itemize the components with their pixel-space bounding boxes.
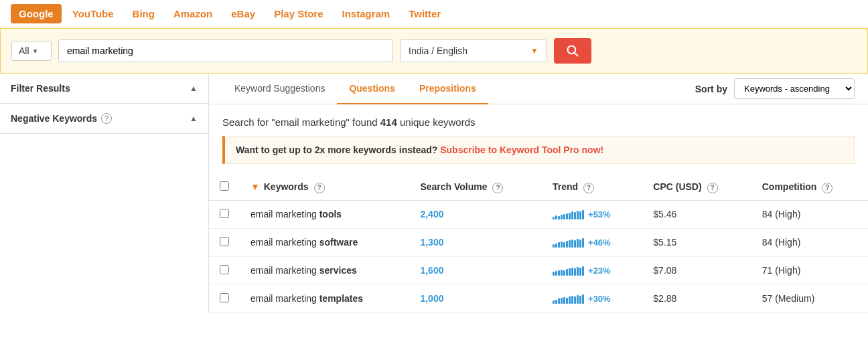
row-checkbox-0[interactable] — [220, 209, 229, 218]
filter-results-section[interactable]: Filter Results ▲ — [0, 74, 208, 104]
keyword-cell: email marketing services — [240, 256, 409, 284]
keyword-prefix: email marketing — [250, 237, 319, 248]
sort-by-label: Sort by — [695, 84, 727, 94]
nav-item-instagram[interactable]: Instagram — [334, 4, 399, 23]
row-checkbox-cell — [209, 284, 240, 312]
tabs-row: Keyword Suggestions Questions Prepositio… — [209, 74, 868, 104]
search-input[interactable] — [58, 39, 393, 62]
row-checkbox-2[interactable] — [220, 265, 229, 274]
keyword-cell: email marketing software — [240, 228, 409, 256]
keyword-cell: email marketing templates — [240, 284, 409, 312]
mini-bar — [563, 270, 565, 276]
mini-bar — [569, 240, 571, 248]
search-type-label: All — [19, 46, 29, 56]
top-navigation: Google YouTube Bing Amazon eBay Play Sto… — [0, 0, 868, 28]
mini-bar — [566, 269, 568, 276]
trend-cell: +46% — [542, 228, 642, 256]
negative-keywords-help-icon[interactable]: ? — [101, 113, 112, 124]
search-volume-cell: 1,600 — [409, 256, 542, 284]
mini-bar — [553, 217, 555, 219]
keyword-prefix: email marketing — [250, 293, 319, 304]
mini-bar — [571, 240, 573, 248]
row-checkbox-cell — [209, 228, 240, 256]
tabs: Keyword Suggestions Questions Prepositio… — [222, 74, 488, 104]
tab-keyword-suggestions[interactable]: Keyword Suggestions — [222, 74, 337, 104]
search-button[interactable] — [554, 38, 591, 64]
mini-bar — [577, 239, 579, 248]
table-header-keywords: ▼ Keywords ? — [240, 175, 409, 200]
nav-item-bing[interactable]: Bing — [125, 4, 163, 23]
negative-keywords-section[interactable]: Negative Keywords ? ▲ — [0, 104, 208, 134]
competition-cell: 57 (Medium) — [751, 284, 868, 312]
mini-bar — [558, 298, 560, 304]
main-layout: Filter Results ▲ Negative Keywords ? ▲ K… — [0, 74, 868, 313]
mini-bar — [563, 297, 565, 304]
nav-item-google[interactable]: Google — [11, 4, 62, 23]
search-type-select[interactable]: All ▼ — [11, 41, 52, 61]
keyword-prefix: email marketing — [250, 209, 319, 219]
nav-item-playstore[interactable]: Play Store — [266, 4, 331, 23]
mini-bar — [555, 244, 557, 248]
row-checkbox-1[interactable] — [220, 237, 229, 246]
tab-prepositions[interactable]: Prepositions — [407, 74, 488, 104]
mini-bar — [555, 271, 557, 276]
location-value: India / English — [409, 46, 467, 56]
mini-bar — [582, 210, 584, 219]
competition-cell: 84 (High) — [751, 200, 868, 228]
filter-results-chevron-icon: ▲ — [190, 84, 198, 93]
results-count: 414 — [380, 116, 397, 128]
subscribe-link[interactable]: Subscribe to Keyword Tool Pro now! — [440, 145, 603, 155]
location-select[interactable]: India / English ▼ — [400, 39, 547, 62]
keywords-help-icon[interactable]: ? — [314, 183, 325, 193]
trend-cell: +53% — [542, 200, 642, 228]
results-suffix: unique keywords — [400, 116, 476, 128]
nav-item-twitter[interactable]: Twitter — [401, 4, 449, 23]
select-all-checkbox[interactable] — [220, 181, 229, 191]
competition-help-icon[interactable]: ? — [822, 183, 833, 193]
keyword-cell: email marketing tools — [240, 200, 409, 228]
mini-bar — [566, 241, 568, 248]
mini-bar — [566, 298, 568, 304]
keyword-suffix: tools — [319, 209, 342, 219]
cpc-help-icon[interactable]: ? — [707, 183, 718, 193]
promo-text: Want to get up to 2x more keywords inste… — [236, 145, 437, 155]
mini-bar — [561, 242, 563, 248]
search-type-chevron-icon: ▼ — [32, 48, 39, 55]
table-row: email marketing software1,300+46%$5.1584… — [209, 228, 868, 256]
nav-item-youtube[interactable]: YouTube — [64, 4, 122, 23]
mini-bar — [553, 244, 555, 248]
trend-cell: +30% — [542, 284, 642, 312]
mini-bar — [579, 211, 581, 219]
negative-keywords-chevron-icon: ▲ — [190, 114, 198, 123]
table-row: email marketing templates1,000+30%$2.885… — [209, 284, 868, 312]
mini-bar — [553, 300, 555, 304]
sort-select[interactable]: Keywords - ascending — [734, 78, 855, 99]
mini-bar — [582, 294, 584, 304]
nav-item-ebay[interactable]: eBay — [223, 4, 263, 23]
table-header-search-volume: Search Volume ? — [409, 175, 542, 200]
trend-bars — [553, 237, 584, 248]
trend-help-icon[interactable]: ? — [583, 183, 594, 193]
row-checkbox-3[interactable] — [220, 293, 229, 302]
trend-cell: +23% — [542, 256, 642, 284]
search-volume-help-icon[interactable]: ? — [492, 183, 503, 193]
mini-bar — [566, 213, 568, 219]
cpc-cell: $5.46 — [642, 200, 751, 228]
table-header-cpc: CPC (USD) ? — [642, 175, 751, 200]
mini-bar — [561, 298, 563, 304]
trend-bars — [553, 265, 584, 276]
row-checkbox-cell — [209, 256, 240, 284]
nav-item-amazon[interactable]: Amazon — [165, 4, 220, 23]
mini-bar — [579, 240, 581, 248]
mini-bar — [555, 300, 557, 304]
search-volume-cell: 2,400 — [409, 200, 542, 228]
keyword-suffix: templates — [319, 293, 363, 304]
cpc-cell: $5.15 — [642, 228, 751, 256]
row-checkbox-cell — [209, 200, 240, 228]
mini-bar — [569, 268, 571, 276]
trend-value: +46% — [588, 238, 611, 248]
trend-value: +53% — [588, 209, 611, 219]
competition-cell: 84 (High) — [751, 228, 868, 256]
mini-bar — [563, 242, 565, 248]
tab-questions[interactable]: Questions — [337, 74, 407, 104]
